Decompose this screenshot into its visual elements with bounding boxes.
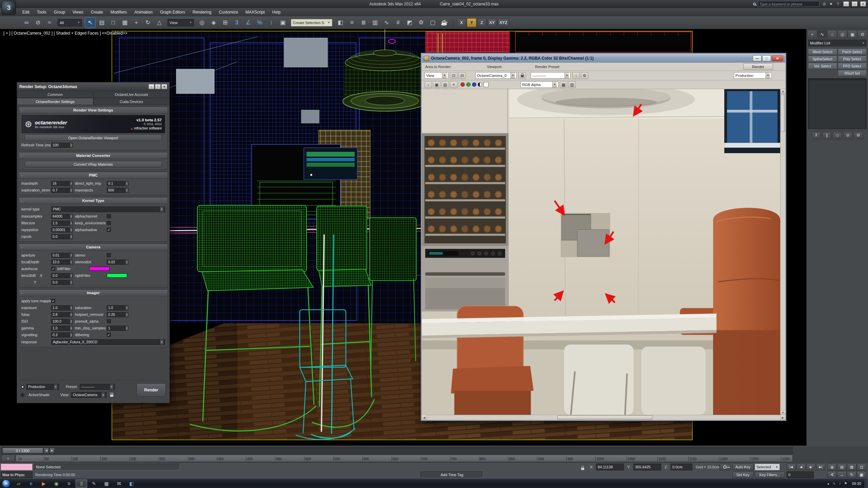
taskbar-mail-icon[interactable]: ✉ [113, 480, 125, 488]
taskbar-image-viewer-icon[interactable]: ◉ [51, 480, 62, 488]
preset-dropdown[interactable]: -----------▼ [80, 384, 115, 390]
help-icon[interactable]: ? [835, 1, 841, 7]
minimize-button[interactable]: — [753, 55, 762, 61]
monochrome-toggle[interactable] [478, 82, 482, 87]
infocenter-search-input[interactable] [758, 1, 820, 7]
previous-frame-button[interactable]: ◀ [796, 464, 806, 470]
modifier-button[interactable]: SplineSelect [808, 56, 837, 62]
tab-utilities[interactable]: ⚙ [857, 30, 867, 38]
taskbar-calculator-icon[interactable]: ▦ [101, 480, 112, 488]
red-channel-toggle[interactable] [460, 82, 465, 87]
maximize-window-button[interactable]: □ [852, 1, 857, 6]
render-production-icon[interactable]: ☕ [439, 17, 450, 28]
show-end-result-icon[interactable]: ∥ [822, 132, 831, 139]
open-octane-viewport-button[interactable]: Open OctaneRender Viewport [25, 135, 162, 141]
graphite-modeling-tools-icon[interactable]: ▥ [370, 17, 380, 28]
taskbar-paint-icon[interactable]: ✎ [88, 480, 100, 488]
keep-environment-checkbox[interactable] [107, 221, 111, 225]
menu-item[interactable]: Group [51, 9, 68, 16]
keyboard-shortcut-override-icon[interactable]: ⊞ [220, 17, 231, 28]
viewport-dropdown[interactable]: OctaneCamera_0▼ [475, 72, 517, 79]
premult-alpha-checkbox[interactable] [107, 319, 111, 323]
taskbar-3dsmax-icon[interactable]: 3 [76, 480, 87, 488]
production-dropdown[interactable]: Production▼ [734, 72, 772, 79]
dithering-checkbox[interactable] [107, 333, 111, 337]
rrprob-field[interactable]: 0.0▲▼ [51, 234, 73, 239]
maximize-button[interactable]: □ [762, 55, 771, 61]
show-desktop-button[interactable] [865, 479, 868, 488]
maxsamples-field[interactable]: 64000▲▼ [51, 214, 73, 219]
render-setup-icon[interactable]: ⚙ [416, 17, 427, 28]
blue-channel-toggle[interactable] [472, 82, 476, 87]
percent-snap-icon[interactable]: % [254, 17, 265, 28]
taskbar-mediaplayer-icon[interactable]: ▶ [38, 480, 50, 488]
favorites-star-icon[interactable]: ★ [828, 1, 834, 7]
response-curve-dropdown[interactable]: Agfacolor_Futura_II_200CD▼ [51, 339, 165, 345]
z-coord-field[interactable]: 0.0cm [671, 464, 692, 470]
material-editor-icon[interactable]: ◩ [404, 17, 415, 28]
axis-z-button[interactable]: Z [477, 18, 487, 27]
save-preset-icon[interactable]: ↓ [572, 72, 580, 79]
modifier-button[interactable]: Patch Select [838, 48, 867, 55]
viewport-lock-icon[interactable] [108, 392, 115, 398]
viewport-label[interactable]: [ + ] [ OctaneCamera_002 ] [ Shaded + Ed… [3, 31, 127, 36]
scroll-down-icon[interactable]: ▼ [781, 410, 785, 415]
tray-expand-icon[interactable]: ▴ [825, 480, 831, 487]
rayepsilon-field[interactable]: 0.00001▲▼ [51, 227, 73, 232]
target-dropdown[interactable]: Production▼ [26, 384, 59, 390]
maxscript-mini-listener[interactable]: Max to Physc [1, 471, 33, 478]
render-setup-titlebar[interactable]: Render Setup: Octane3dsmax – □ ✕ [17, 82, 170, 91]
convert-vray-materials-button[interactable]: Convert VRay Materials [25, 161, 162, 167]
menu-item[interactable]: Rendering [189, 9, 215, 16]
rightfilter-color-swatch[interactable] [107, 273, 127, 278]
application-menu-button[interactable]: 3 [2, 1, 16, 15]
min-disp-samples-field[interactable]: 1▲▼ [107, 326, 129, 331]
start-button[interactable]: ⊞ [2, 480, 10, 488]
open-mini-curve-editor-button[interactable]: ≈ [1, 455, 15, 462]
rollout-header[interactable]: -Imager [19, 290, 167, 296]
scroll-right-icon[interactable]: ▶ [780, 415, 785, 420]
orbit-icon[interactable]: ↻ [847, 471, 856, 478]
render-preset-dropdown[interactable]: -----------▼ [531, 72, 571, 79]
clear-image-icon[interactable]: × [450, 81, 457, 88]
reference-coordinate-dropdown[interactable]: View▼ [167, 19, 194, 26]
tray-network-icon[interactable]: ∿ [831, 480, 837, 487]
gamma-field[interactable]: 1.0▲▼ [51, 326, 73, 331]
render-button[interactable]: Render [743, 63, 773, 70]
menu-item[interactable]: Create [87, 9, 106, 16]
production-radio[interactable] [21, 385, 24, 389]
unlink-selection-icon[interactable]: ⊘ [33, 17, 43, 28]
modifier-stack[interactable] [808, 78, 867, 129]
tray-flag-icon[interactable]: ⚑ [843, 480, 848, 487]
apply-tone-mapping-checkbox[interactable] [51, 299, 55, 303]
octane-window-titlebar[interactable]: OctaneCamera_002, frame 0, Display Gamma… [422, 54, 785, 63]
stereo-checkbox[interactable] [107, 253, 111, 257]
scroll-left-icon[interactable]: ◀ [422, 415, 427, 420]
menu-item[interactable]: Tools [34, 9, 50, 16]
go-to-end-button[interactable]: ▶| [816, 464, 825, 470]
menu-item[interactable]: MAXScript [242, 9, 268, 16]
angle-snap-icon[interactable]: ∠ [243, 17, 254, 28]
lensshift-x-field[interactable]: 0.0▲▼ [51, 273, 73, 278]
remove-modifier-icon[interactable]: ⊘ [843, 132, 852, 139]
close-button[interactable]: ✕ [161, 84, 167, 89]
modifier-button[interactable]: NSurf Sel [838, 70, 867, 76]
field-of-view-icon[interactable]: ∢ [827, 471, 837, 478]
select-and-scale-icon[interactable]: △ [154, 17, 165, 28]
vignetting-field[interactable]: 0.3▲▼ [51, 332, 73, 338]
background-color-swatch[interactable] [484, 82, 489, 87]
taskbar-clock[interactable]: 09:30 [848, 482, 865, 486]
filtersize-field[interactable]: 1.5▲▼ [51, 221, 73, 226]
menu-item[interactable]: Customize [215, 9, 241, 16]
aperture-field[interactable]: 0.01▲▼ [51, 253, 73, 258]
set-key-button[interactable]: Set Key [732, 471, 753, 478]
scroll-up-icon[interactable]: ▲ [781, 89, 785, 94]
rollout-header[interactable]: -Render View Settings [19, 107, 167, 114]
mirror-icon[interactable]: ◧ [335, 17, 346, 28]
hotpixel-removal-field[interactable]: 0.25▲▼ [107, 312, 129, 317]
select-and-link-icon[interactable]: ∞ [21, 17, 32, 28]
modifier-list-dropdown[interactable]: Modifier List▼ [808, 40, 867, 46]
clone-rendered-frame-icon[interactable]: ▣ [433, 81, 440, 88]
pan-icon[interactable]: ↔ [837, 471, 847, 478]
menu-item[interactable]: Modifiers [107, 9, 131, 16]
